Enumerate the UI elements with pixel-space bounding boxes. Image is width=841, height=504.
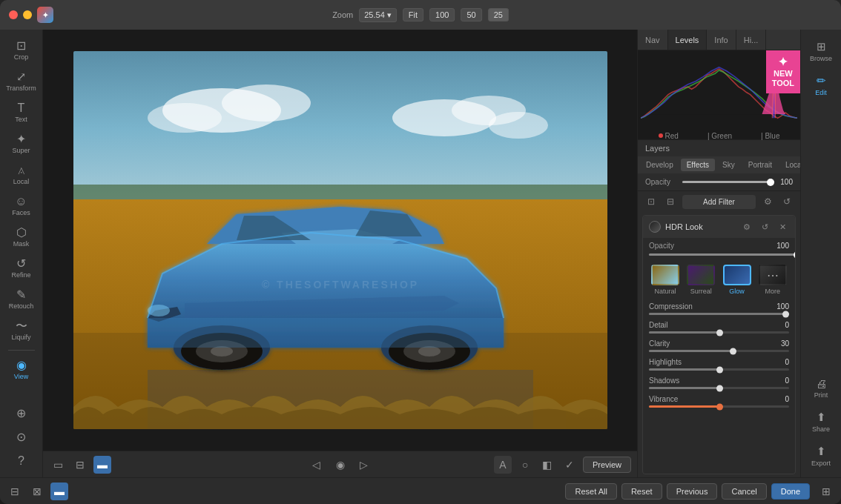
cancel-button[interactable]: Cancel [722,483,766,500]
circle-icon[interactable]: ○ [516,456,534,474]
zoom-50-btn[interactable]: 50 [461,8,481,21]
filter-settings-icon[interactable]: ⚙ [760,194,775,209]
super-icon: ✦ [16,133,26,145]
tool-faces[interactable]: ☺ Faces [3,191,40,221]
zoom-fit-btn[interactable]: Fit [403,8,423,21]
layer-tab-sky[interactable]: Sky [716,159,741,171]
red-dot [659,133,663,138]
filter-row: ⊡ ⊟ Add Filter ⚙ ↺ [638,190,800,212]
tool-extra1[interactable]: ⊕ [3,403,40,424]
reset-button[interactable]: Reset [621,483,662,500]
glow-thumb [723,265,751,285]
svg-point-2 [222,84,311,122]
highlights-slider[interactable] [649,368,789,371]
share-item[interactable]: ⬆ Share [802,406,840,437]
browse-icon: ⊞ [817,40,826,53]
filter-more-icon[interactable]: ↺ [779,194,794,209]
preset-glow[interactable]: Glow [723,265,751,295]
zoom-out-icon[interactable]: ◁ [308,456,326,474]
main-area: ⊡ Crop ⤢ Transform T Text ✦ Super ⟑ Loca… [0,30,841,477]
hdr-panel: HDR Look ⚙ ↺ ✕ Opacity 100 [642,215,796,474]
preset-more[interactable]: ⋯ More [759,265,787,295]
detail-slider[interactable] [649,331,789,334]
opacity-slider[interactable] [682,181,775,183]
tool-liquify[interactable]: 〜 Liquify [3,316,40,345]
nav-tab-info[interactable]: Info [707,30,736,50]
canvas-area: © THESOFTWARESHOP ▭ ⊟ ▬ ◁ ◉ ▷ A ○ [43,30,637,477]
svg-point-18 [418,346,441,357]
minimize-button[interactable] [23,10,32,19]
hdr-opacity-slider[interactable] [649,253,796,256]
tool-mask[interactable]: ⬡ Mask [3,222,40,252]
fullscreen-icon[interactable]: ⊞ [817,483,835,500]
previous-button[interactable]: Previous [667,483,718,500]
local-icon: ⟑ [18,165,25,176]
clarity-slider[interactable] [649,350,789,352]
preset-natural[interactable]: Natural [651,265,679,295]
layout-single-icon[interactable]: ▭ [49,456,67,474]
preset-surreal[interactable]: Surreal [687,265,715,295]
tool-retouch[interactable]: ✎ Retouch [3,285,40,314]
browse-item[interactable]: ⊞ Browse [802,36,840,67]
layer-tab-develop[interactable]: Develop [640,159,679,171]
preview-button[interactable]: Preview [583,457,631,473]
tool-text[interactable]: T Text [3,98,40,127]
tool-local[interactable]: ⟑ Local [3,160,40,190]
param-shadows: Shadows 0 [643,374,795,392]
done-button[interactable]: Done [771,483,810,500]
tool-refine[interactable]: ↺ Refine [3,253,40,283]
layout-icon-2[interactable]: ⊠ [28,483,46,500]
compression-slider[interactable] [649,313,789,315]
zoom-100-btn[interactable]: 100 [429,8,455,21]
nav-tab-nav[interactable]: Nav [638,30,668,50]
zoom-in-icon[interactable]: ▷ [355,456,373,474]
vibrance-slider[interactable] [649,405,789,408]
hdr-title: HDR Look [665,222,736,231]
bottom-bar: ⊟ ⊠ ▬ Reset All Reset Previous Cancel Do… [0,477,841,504]
hdr-settings-icon[interactable]: ⚙ [740,220,753,233]
edit-item[interactable]: ✏ Edit [802,70,840,101]
tool-crop[interactable]: ⊡ Crop [3,36,40,65]
zoom-controls: Zoom 25.54 ▾ Fit 100 50 25 [332,8,509,22]
red-label: Red [659,132,679,140]
info-overlay-icon[interactable]: ✓ [561,456,578,474]
tool-super[interactable]: ✦ Super [3,129,40,159]
text-overlay-icon[interactable]: A [494,456,512,474]
center-icon[interactable]: ◉ [332,456,349,474]
nav-tab-levels[interactable]: Levels [668,30,708,50]
more-thumb: ⋯ [759,265,787,285]
style-presets: Natural Surreal Glow ⋯ More [643,260,795,299]
layout-compare-icon[interactable]: ▬ [93,456,111,474]
close-button[interactable] [9,10,18,19]
compare-icon[interactable]: ◧ [538,456,556,474]
tool-transform[interactable]: ⤢ Transform [3,67,40,96]
nav-tabs: Nav Levels Info Hi... [638,30,800,50]
hdr-opacity-label: Opacity [649,242,772,250]
zoom-value-display[interactable]: 25.54 ▾ [359,8,397,22]
layer-copy-icon[interactable]: ⊡ [644,194,659,209]
hdr-close-icon[interactable]: ✕ [776,220,789,233]
canvas-image: © THESOFTWARESHOP [73,51,607,429]
reset-all-button[interactable]: Reset All [565,483,616,500]
layer-visibility-icon[interactable]: ⊟ [663,194,678,209]
tool-help[interactable]: ? [3,451,40,471]
add-filter-button[interactable]: Add Filter [682,195,756,209]
sidebar-divider [8,350,35,351]
layout-icon-3[interactable]: ▬ [50,483,68,500]
zoom-25-btn[interactable]: 25 [488,8,509,21]
shadows-slider[interactable] [649,387,789,389]
export-item[interactable]: ⬆ Export [802,440,840,471]
canvas-toolbar: ▭ ⊟ ▬ ◁ ◉ ▷ A ○ ◧ ✓ Preview [43,451,637,477]
layer-tab-portrait[interactable]: Portrait [742,159,778,171]
layer-tab-effects[interactable]: Effects [681,159,715,171]
faces-icon: ☺ [15,196,27,208]
layout-split-icon[interactable]: ⊟ [71,456,89,474]
tool-view[interactable]: ◉ View [3,355,40,385]
text-icon: T [18,102,25,114]
print-item[interactable]: 🖨 Print [802,373,840,403]
tool-extra2[interactable]: ⊙ [3,427,40,448]
nav-tab-hi[interactable]: Hi... [736,30,767,50]
hdr-undo-icon[interactable]: ↺ [758,220,771,233]
layout-icon-1[interactable]: ⊟ [6,483,24,500]
param-clarity: Clarity 30 [643,336,795,355]
